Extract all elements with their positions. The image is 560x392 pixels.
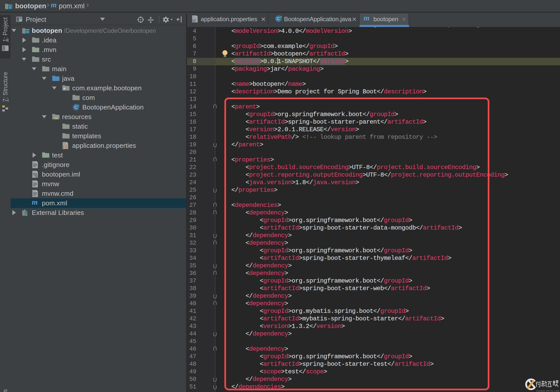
svg-text:CHUANG XIN HU LIAN: CHUANG XIN HU LIAN xyxy=(536,390,559,392)
svg-text:C: C xyxy=(74,105,78,110)
svg-text:C: C xyxy=(277,16,280,21)
